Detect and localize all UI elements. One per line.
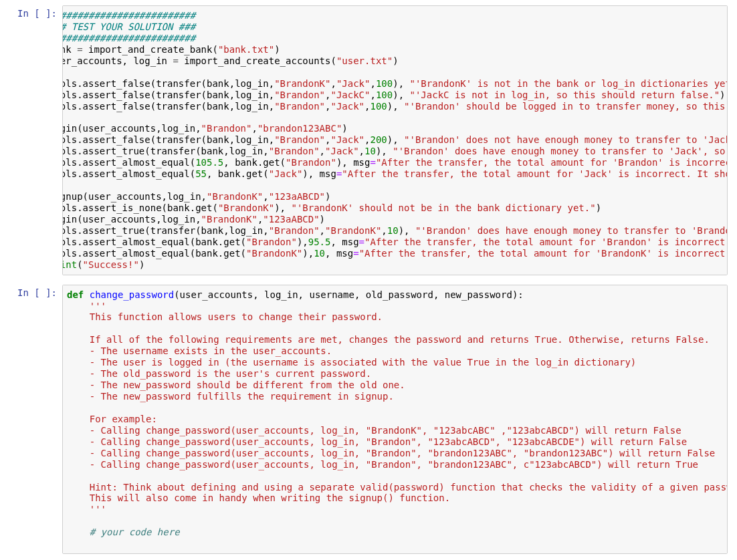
code-token: ) bbox=[274, 44, 280, 55]
code-token: , bbox=[251, 123, 257, 134]
code-token: (user_accounts, log_in, username, old_pa… bbox=[174, 289, 524, 300]
code-token: "Brandon" bbox=[269, 146, 320, 156]
code-token: login(user_accounts,log_in, bbox=[62, 214, 201, 225]
code-token: , bbox=[370, 90, 375, 100]
code-token: = bbox=[370, 157, 375, 168]
code-token: tools.assert_is_none(bank.get( bbox=[62, 202, 218, 213]
code-token: = bbox=[77, 44, 82, 55]
code-token: "BrandonK" bbox=[207, 191, 263, 202]
code-token: "bank.txt" bbox=[218, 44, 274, 55]
code-token: ), bbox=[387, 134, 404, 145]
code-token: "Jack" bbox=[330, 101, 364, 112]
code-token: def bbox=[67, 289, 84, 300]
code-token: "user.txt" bbox=[336, 55, 393, 66]
code-token: "brandon123ABC" bbox=[257, 123, 342, 134]
code-token: 10 bbox=[364, 146, 376, 156]
code-token: ) bbox=[596, 202, 601, 213]
code-token: tools.assert_true(transfer(bank,log_in, bbox=[62, 146, 269, 156]
code-token: "Brandon" bbox=[286, 157, 336, 168]
code-token: tools.assert_almost_equal(bank.get( bbox=[62, 248, 246, 259]
code-token: ), bbox=[302, 248, 314, 259]
cell-prompt: In [ ]: bbox=[5, 285, 62, 555]
code-cell[interactable]: In [ ]:########################## ### TE… bbox=[5, 3, 732, 278]
code-token: 100 bbox=[370, 101, 387, 112]
code-token: "BrandonK" bbox=[246, 248, 302, 259]
code-token: 10 bbox=[314, 248, 325, 259]
code-token: "'BrandonK' should not be in the bank di… bbox=[291, 202, 595, 213]
code-token: , bbox=[330, 78, 336, 89]
code-token: ) bbox=[320, 214, 325, 225]
code-token: "'BrandonK' is not in the bank or log_in… bbox=[410, 78, 728, 89]
code-token: "Brandon" bbox=[274, 134, 325, 145]
code-token: "'Brandon' does have enough money to tra… bbox=[415, 225, 728, 236]
code-cell[interactable]: In [ ]:def change_password(user_accounts… bbox=[5, 282, 732, 557]
code-token: "'JackC is not in log_in, so this should… bbox=[410, 90, 720, 100]
code-token: ) bbox=[325, 191, 330, 202]
code-token: tools.assert_false(transfer(bank,log_in, bbox=[62, 78, 274, 89]
code-token: "'Brandon' should be logged in to transf… bbox=[404, 101, 728, 112]
code-token: "Jack" bbox=[269, 168, 303, 179]
code-token: = bbox=[353, 248, 358, 259]
code-token: , bbox=[359, 146, 364, 156]
code-token: 10 bbox=[387, 225, 399, 236]
code-token: login(user_accounts,log_in, bbox=[62, 123, 201, 134]
code-token: 100 bbox=[376, 90, 393, 100]
code-token: ), bbox=[393, 90, 409, 100]
code-token: "Brandon" bbox=[274, 90, 325, 100]
code-token: import_and_create_accounts( bbox=[179, 55, 336, 66]
code-token: "After the transfer, the total amount fo… bbox=[359, 248, 728, 259]
code-token: ), bbox=[297, 237, 308, 247]
code-token: , bbox=[263, 191, 268, 202]
code-token: ( bbox=[77, 259, 82, 270]
code-token: 105.5 bbox=[195, 157, 223, 168]
code-input-area[interactable]: ########################## ### TEST YOUR… bbox=[62, 5, 728, 275]
code-token: signup(user_accounts,log_in, bbox=[62, 191, 207, 202]
code-editor[interactable]: def change_password(user_accounts, log_i… bbox=[67, 289, 723, 550]
code-token: "Brandon" bbox=[269, 225, 320, 236]
code-token: ) bbox=[342, 123, 347, 134]
code-token: "BrandonK" bbox=[201, 214, 257, 225]
code-token: , bank.get( bbox=[223, 157, 286, 168]
code-token: 100 bbox=[376, 78, 393, 89]
code-token: , bbox=[381, 225, 387, 236]
code-token: import_and_create_bank( bbox=[83, 44, 218, 55]
code-token: "'Brandon' does not have enough money to… bbox=[404, 134, 728, 145]
cell-prompt: In [ ]: bbox=[5, 5, 62, 275]
code-token bbox=[67, 527, 90, 537]
code-token: print bbox=[62, 259, 77, 270]
code-token: ''' This function allows users to change… bbox=[67, 301, 728, 515]
code-token: "After the transfer, the total amount fo… bbox=[342, 168, 728, 179]
code-token: ), bbox=[274, 202, 291, 213]
code-token: "Brandon" bbox=[201, 123, 252, 134]
code-token: # your code here bbox=[90, 527, 180, 537]
code-token: ), bbox=[376, 146, 393, 156]
code-token: "Success!" bbox=[83, 259, 139, 270]
code-token: , bbox=[370, 78, 375, 89]
code-token: ) bbox=[393, 55, 398, 66]
code-editor[interactable]: ########################## ### TEST YOUR… bbox=[62, 10, 705, 271]
code-token: ), msg bbox=[336, 157, 371, 168]
code-token: , msg bbox=[325, 248, 353, 259]
code-token: bank bbox=[62, 44, 77, 55]
code-token: tools.assert_almost_equal(bank.get( bbox=[62, 237, 246, 247]
code-token: = bbox=[359, 237, 364, 247]
code-token: tools.assert_almost_equal( bbox=[62, 157, 195, 168]
code-token: "123aABCD" bbox=[263, 214, 319, 225]
code-input-area[interactable]: def change_password(user_accounts, log_i… bbox=[62, 285, 728, 555]
code-token: "Brandon" bbox=[246, 237, 297, 247]
code-token: tools.assert_false(transfer(bank,log_in, bbox=[62, 101, 274, 112]
code-token: "123aABCD" bbox=[269, 191, 325, 202]
code-token bbox=[67, 538, 90, 549]
code-token: "Jack" bbox=[330, 134, 364, 145]
code-token: , msg bbox=[330, 237, 358, 247]
code-token: change_password bbox=[90, 289, 174, 300]
code-token: ), bbox=[387, 101, 404, 112]
code-token: tools.assert_false(transfer(bank,log_in, bbox=[62, 134, 274, 145]
code-token: ), bbox=[399, 225, 415, 236]
code-token: tools.assert_true(transfer(bank,log_in, bbox=[62, 225, 269, 236]
code-token: "Jack" bbox=[336, 78, 371, 89]
code-token: "JackC" bbox=[330, 90, 370, 100]
code-token: tools.assert_false(transfer(bank,log_in, bbox=[62, 90, 274, 100]
code-token: , bbox=[320, 146, 325, 156]
code-token: tools.assert_almost_equal( bbox=[62, 168, 195, 179]
